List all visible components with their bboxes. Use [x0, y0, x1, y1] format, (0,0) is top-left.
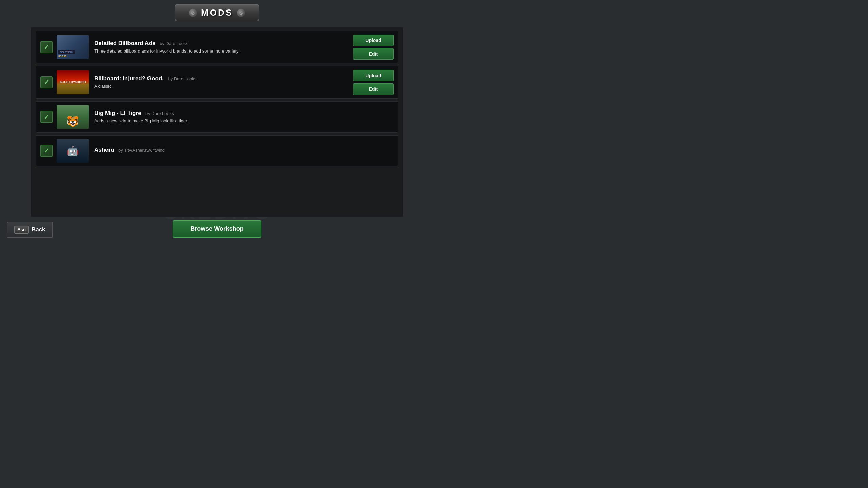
mod-thumbnail-asheru: [57, 139, 89, 163]
mod-thumbnail-billboard-injured-good: [57, 70, 89, 94]
mod-title-asheru: Asheru: [94, 147, 114, 153]
mod-author-detailed-billboard-ads: by Dare Looks: [160, 41, 188, 46]
title-container: MODS: [175, 4, 259, 21]
mod-thumbnail-big-mig-el-tigre: [57, 105, 89, 129]
back-button[interactable]: Esc Back: [7, 222, 53, 238]
mod-info-big-mig-el-tigre: Big Mig - El Tigre by Dare Looks Adds a …: [94, 110, 394, 124]
mod-title-big-mig-el-tigre: Big Mig - El Tigre: [94, 110, 141, 116]
upload-button-detailed-billboard-ads[interactable]: Upload: [353, 35, 394, 46]
mod-actions-billboard-injured-good: Upload Edit: [353, 70, 394, 95]
esc-key-label: Esc: [14, 226, 29, 234]
mod-author-billboard-injured-good: by Dare Looks: [168, 76, 196, 81]
mods-icon-left: [189, 9, 197, 17]
mod-item-asheru: Asheru by T.tv/AsheruSwiftwind: [36, 135, 398, 166]
mod-item-billboard-injured-good: Billboard: Injured? Good. by Dare Looks …: [36, 66, 398, 99]
mod-item-big-mig-el-tigre: Big Mig - El Tigre by Dare Looks Adds a …: [36, 101, 398, 133]
edit-button-detailed-billboard-ads[interactable]: Edit: [353, 48, 394, 60]
mod-checkbox-asheru[interactable]: [40, 145, 53, 157]
bottom-bar: Browse Workshop: [0, 220, 434, 238]
mod-thumbnail-detailed-billboard-ads: [57, 35, 89, 59]
page-title: MODS: [201, 7, 233, 18]
mod-info-asheru: Asheru by T.tv/AsheruSwiftwind: [94, 147, 394, 155]
browse-workshop-button[interactable]: Browse Workshop: [173, 220, 261, 238]
mod-item-detailed-billboard-ads: Detailed Billboard Ads by Dare Looks Thr…: [36, 31, 398, 63]
mod-info-billboard-injured-good: Billboard: Injured? Good. by Dare Looks …: [94, 75, 346, 89]
mod-actions-detailed-billboard-ads: Upload Edit: [353, 35, 394, 60]
mod-description-billboard-injured-good: A classic.: [94, 83, 346, 89]
mod-author-big-mig-el-tigre: by Dare Looks: [145, 111, 174, 116]
mods-icon-right: [237, 9, 245, 17]
mod-description-big-mig-el-tigre: Adds a new skin to make Big Mig look lik…: [94, 118, 394, 124]
edit-button-billboard-injured-good[interactable]: Edit: [353, 83, 394, 95]
back-label: Back: [32, 226, 45, 233]
mod-author-asheru: by T.tv/AsheruSwiftwind: [118, 148, 165, 153]
mod-list: Detailed Billboard Ads by Dare Looks Thr…: [31, 27, 403, 172]
mod-info-detailed-billboard-ads: Detailed Billboard Ads by Dare Looks Thr…: [94, 40, 346, 54]
mod-title-billboard-injured-good: Billboard: Injured? Good.: [94, 75, 164, 82]
main-container: Detailed Billboard Ads by Dare Looks Thr…: [31, 27, 403, 217]
mod-checkbox-big-mig-el-tigre[interactable]: [40, 111, 53, 123]
mod-checkbox-detailed-billboard-ads[interactable]: [40, 41, 53, 53]
upload-button-billboard-injured-good[interactable]: Upload: [353, 70, 394, 81]
title-box: MODS: [175, 4, 259, 21]
mod-description-detailed-billboard-ads: Three detailed billboard ads for in-worl…: [94, 48, 346, 54]
mod-checkbox-billboard-injured-good[interactable]: [40, 76, 53, 88]
mod-title-detailed-billboard-ads: Detailed Billboard Ads: [94, 40, 156, 46]
